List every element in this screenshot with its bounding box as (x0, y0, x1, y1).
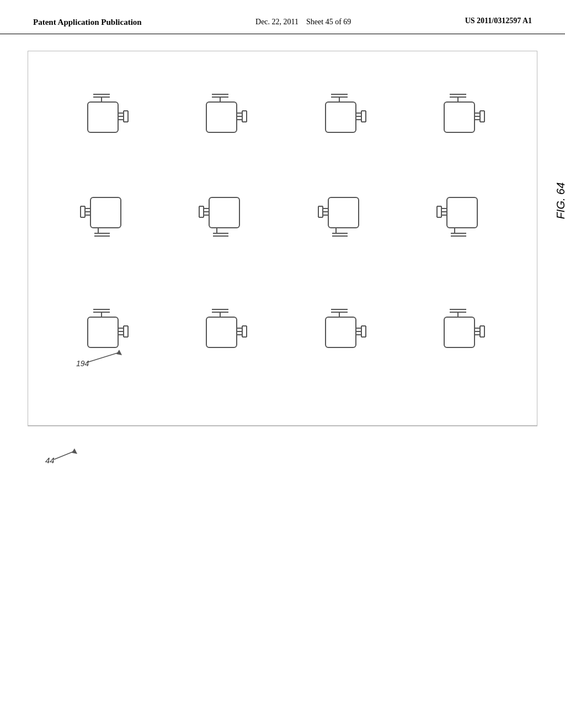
svg-rect-25 (326, 102, 356, 132)
svg-rect-36 (444, 102, 475, 132)
ref-44-area: 44 (44, 446, 88, 481)
svg-marker-134 (116, 350, 122, 355)
ref-194-label: 194 (75, 347, 141, 377)
svg-line-133 (87, 352, 119, 362)
chip-row-1 (45, 84, 520, 145)
svg-rect-91 (88, 317, 118, 347)
chip-5 (74, 184, 135, 244)
svg-rect-51 (90, 197, 121, 228)
svg-rect-3 (88, 102, 118, 132)
chip-row-3: 194 (45, 299, 520, 360)
chip-8 (430, 184, 491, 244)
svg-text:44: 44 (45, 456, 55, 465)
chip-3 (312, 84, 372, 145)
svg-rect-113 (326, 317, 356, 347)
chip-12 (430, 299, 491, 360)
chip-11 (312, 299, 372, 360)
svg-rect-124 (444, 317, 475, 347)
sheet-info: Dec. 22, 2011 Sheet 45 of 69 (255, 17, 351, 28)
page-header: Patent Application Publication Dec. 22, … (0, 0, 565, 34)
svg-marker-137 (72, 448, 77, 454)
chip-2 (193, 84, 253, 145)
chip-10 (193, 299, 253, 360)
svg-rect-102 (206, 317, 237, 347)
svg-rect-14 (206, 102, 237, 132)
chip-row-2 (45, 184, 520, 244)
chip-4 (430, 84, 491, 145)
svg-line-136 (54, 451, 74, 459)
svg-rect-62 (209, 197, 239, 228)
figure-label: FIG. 64 (555, 183, 565, 220)
patent-number: US 2011/0312597 A1 (465, 17, 532, 25)
bottom-area: 44 (0, 437, 565, 493)
chip-6 (193, 184, 253, 244)
publication-label: Patent Application Publication (33, 17, 142, 28)
svg-rect-73 (328, 197, 359, 228)
chip-7 (312, 184, 372, 244)
svg-text:194: 194 (76, 359, 89, 368)
chip-1 (74, 84, 135, 145)
svg-rect-84 (447, 197, 477, 228)
